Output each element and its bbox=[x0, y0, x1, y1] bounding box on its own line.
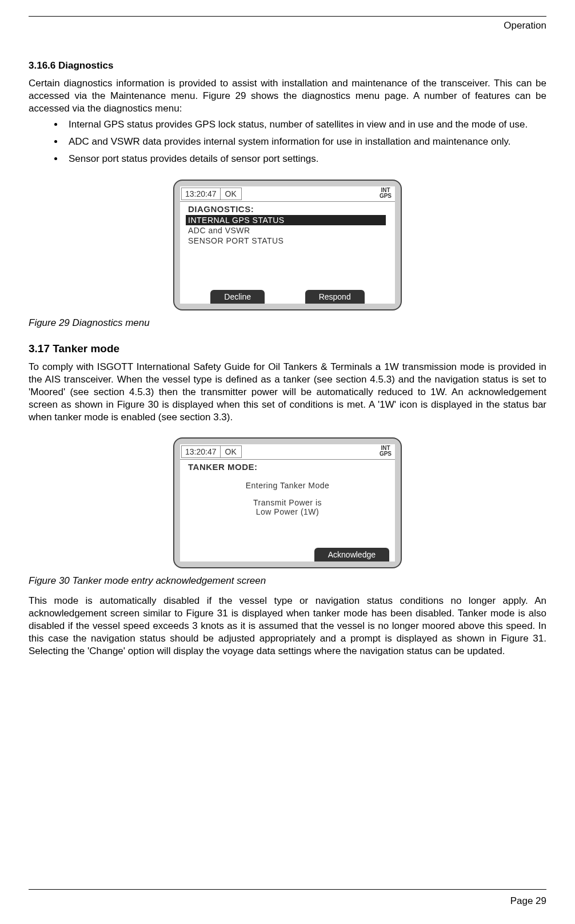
page-number: Page 29 bbox=[510, 895, 546, 907]
tanker-title: TANKER MODE: bbox=[180, 460, 395, 473]
figure-29-screen: 13:20:47 OK INT GPS DIAGNOSTICS: INTERNA… bbox=[180, 186, 395, 304]
status-bar: 13:20:47 OK INT GPS bbox=[180, 444, 395, 460]
tanker-line1: Entering Tanker Mode bbox=[180, 481, 395, 490]
header-section: Operation bbox=[29, 20, 546, 31]
bullet-item: ADC and VSWR data provides internal syst… bbox=[64, 136, 546, 148]
figure-30-device: 13:20:47 OK INT GPS TANKER MODE: Enterin… bbox=[173, 437, 402, 568]
menu-item-sensor-port[interactable]: SENSOR PORT STATUS bbox=[180, 236, 395, 246]
figure-30-caption: Figure 30 Tanker mode entry acknowledgem… bbox=[29, 575, 546, 587]
page: Operation 3.16.6 Diagnostics Certain dia… bbox=[0, 0, 575, 924]
diagnostics-title: DIAGNOSTICS: bbox=[180, 202, 395, 215]
para-after-fig30: This mode is automatically disabled if t… bbox=[29, 595, 546, 658]
diagnostics-bullets: Internal GPS status provides GPS lock st… bbox=[29, 118, 546, 165]
decline-button[interactable]: Decline bbox=[210, 290, 265, 304]
section-3-17-title: 3.17 Tanker mode bbox=[29, 342, 546, 355]
tanker-line3: Low Power (1W) bbox=[180, 507, 395, 516]
menu-item-adc-vswr[interactable]: ADC and VSWR bbox=[180, 225, 395, 236]
section-3-16-6-para: Certain diagnostics information is provi… bbox=[29, 77, 546, 115]
header-rule bbox=[29, 16, 546, 17]
footer-rule bbox=[29, 889, 546, 890]
menu-item-internal-gps[interactable]: INTERNAL GPS STATUS bbox=[186, 215, 386, 225]
status-bar: 13:20:47 OK INT GPS bbox=[180, 186, 395, 202]
status-ok: OK bbox=[221, 188, 242, 200]
section-3-16-6-title: 3.16.6 Diagnostics bbox=[29, 60, 546, 71]
status-spacer bbox=[242, 186, 380, 201]
bullet-item: Sensor port status provides details of s… bbox=[64, 153, 546, 165]
status-ok: OK bbox=[221, 445, 242, 458]
status-gps: INT GPS bbox=[380, 186, 395, 201]
status-time: 13:20:47 bbox=[181, 445, 221, 458]
section-3-17-para1: To comply with ISGOTT International Safe… bbox=[29, 361, 546, 424]
figure-29-device: 13:20:47 OK INT GPS DIAGNOSTICS: INTERNA… bbox=[173, 180, 402, 310]
bottom-buttons: Acknowledge bbox=[180, 548, 395, 561]
status-time: 13:20:47 bbox=[181, 188, 221, 200]
gps-line2: GPS bbox=[380, 451, 392, 457]
acknowledge-button[interactable]: Acknowledge bbox=[314, 548, 389, 561]
status-spacer bbox=[242, 444, 380, 459]
figure-30-screen: 13:20:47 OK INT GPS TANKER MODE: Enterin… bbox=[180, 444, 395, 561]
tanker-line2: Transmit Power is bbox=[180, 498, 395, 507]
figure-29-caption: Figure 29 Diagnostics menu bbox=[29, 317, 546, 329]
bullet-item: Internal GPS status provides GPS lock st… bbox=[64, 118, 546, 131]
gps-line2: GPS bbox=[380, 193, 392, 199]
bottom-buttons: Decline Respond bbox=[180, 290, 395, 304]
status-gps: INT GPS bbox=[380, 444, 395, 459]
respond-button[interactable]: Respond bbox=[305, 290, 365, 304]
